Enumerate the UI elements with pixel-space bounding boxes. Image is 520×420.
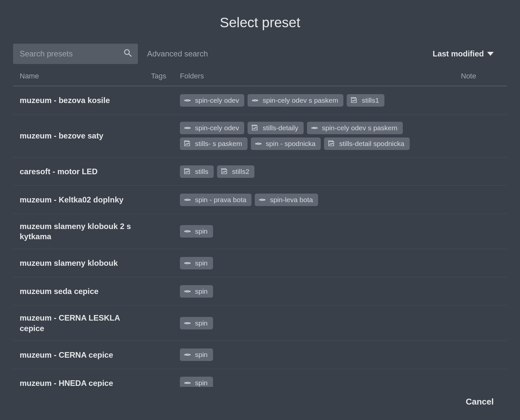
folder-chip[interactable]: stills2	[217, 165, 255, 178]
stills-icon	[183, 139, 192, 148]
preset-name: caresoft - motor LED	[20, 166, 151, 177]
spin-3d-icon: 3D	[183, 350, 192, 359]
col-header-note[interactable]: Note	[461, 72, 507, 80]
folder-chip-label: spin-cely odev s paskem	[263, 96, 338, 104]
sort-label: Last modified	[433, 49, 484, 58]
preset-row[interactable]: muzeum - HNEDA cepice3Dspin	[13, 369, 507, 387]
preset-folders: 3Dspin	[180, 285, 461, 298]
preset-folders: 3Dspin	[180, 257, 461, 269]
folder-chip[interactable]: 3Dspin - prava bota	[180, 194, 251, 206]
search-input[interactable]	[20, 49, 123, 58]
svg-text:3D: 3D	[186, 322, 189, 325]
col-header-name[interactable]: Name	[20, 72, 151, 80]
folder-chip[interactable]: stills-detail spodnicka	[324, 137, 409, 150]
spin-3d-icon: 3D	[183, 287, 192, 296]
stills-icon	[327, 139, 336, 148]
folder-chip-label: spin-leva bota	[270, 196, 313, 204]
folder-chip-label: stills1	[362, 96, 379, 104]
folder-chip[interactable]: stills- s paskem	[180, 137, 248, 150]
svg-text:3D: 3D	[313, 126, 316, 129]
folder-chip-label: stills2	[232, 168, 249, 176]
search-wrap	[13, 44, 138, 64]
preset-folders: 3Dspin	[180, 317, 461, 329]
spin-3d-icon: 3D	[183, 227, 192, 236]
preset-row[interactable]: muzeum - bezove saty3Dspin-cely odevstil…	[13, 115, 507, 158]
dialog-footer: Cancel	[13, 387, 507, 420]
col-header-folders[interactable]: Folders	[180, 72, 461, 80]
folder-chip[interactable]: 3Dspin	[180, 317, 213, 329]
folder-chip[interactable]: 3Dspin-cely odev	[180, 122, 244, 134]
folder-chip[interactable]: 3Dspin	[180, 257, 213, 269]
stills-icon	[220, 167, 229, 176]
dialog-title: Select preset	[13, 8, 507, 44]
svg-text:3D: 3D	[186, 262, 189, 264]
spin-3d-icon: 3D	[183, 379, 192, 387]
preset-name: muzeum - Keltka02 doplnky	[20, 195, 151, 205]
advanced-search-link[interactable]: Advanced search	[147, 49, 208, 58]
folder-chip-label: spin-cely odev	[195, 124, 239, 132]
preset-name: muzeum slameny klobouk	[20, 258, 151, 268]
folder-chip-label: spin	[195, 287, 208, 295]
search-icon[interactable]	[123, 48, 133, 60]
preset-folders: 3Dspin-cely odev3Dspin-cely odev s paske…	[180, 94, 461, 107]
folder-chip[interactable]: 3Dspin	[180, 225, 213, 238]
preset-row[interactable]: muzeum - Keltka02 doplnky3Dspin - prava …	[13, 186, 507, 214]
toolbar: Advanced search Last modified	[13, 44, 507, 72]
preset-folders: 3Dspin-cely odevstills-detaily3Dspin-cel…	[180, 122, 461, 150]
sort-dropdown[interactable]: Last modified	[433, 49, 507, 58]
folder-chip[interactable]: stills-detaily	[248, 122, 304, 134]
svg-text:3D: 3D	[186, 353, 189, 356]
folder-chip-label: spin - prava bota	[195, 196, 246, 204]
chevron-down-icon	[487, 52, 494, 56]
spin-3d-icon: 3D	[183, 124, 192, 132]
folder-chip[interactable]: 3Dspin	[180, 285, 213, 298]
spin-3d-icon: 3D	[258, 196, 267, 204]
preset-rows: muzeum - bezova kosile3Dspin-cely odev3D…	[13, 86, 507, 387]
select-preset-dialog: Select preset Advanced search Last modif…	[0, 0, 520, 420]
preset-row[interactable]: muzeum slameny klobouk 2 s kytkama3Dspin	[13, 214, 507, 249]
folder-chip-label: stills- s paskem	[195, 140, 242, 148]
preset-name: muzeum - bezova kosile	[20, 95, 151, 105]
column-headers: Name Tags Folders Note	[13, 72, 507, 86]
preset-name: muzeum slameny klobouk 2 s kytkama	[20, 221, 151, 242]
folder-chip[interactable]: 3Dspin	[180, 348, 213, 361]
folder-chip[interactable]: 3Dspin-cely odev s paskem	[248, 94, 343, 107]
spin-3d-icon: 3D	[183, 196, 192, 204]
folder-chip-label: spin	[195, 351, 208, 359]
svg-text:3D: 3D	[186, 290, 189, 293]
svg-text:3D: 3D	[186, 99, 189, 102]
folder-chip[interactable]: stills	[180, 165, 214, 178]
preset-folders: 3Dspin	[180, 225, 461, 238]
spin-3d-icon: 3D	[254, 139, 263, 148]
svg-text:3D: 3D	[186, 198, 189, 201]
preset-row[interactable]: muzeum - bezova kosile3Dspin-cely odev3D…	[13, 86, 507, 115]
svg-text:3D: 3D	[186, 230, 189, 233]
folder-chip[interactable]: 3Dspin - spodnicka	[251, 137, 321, 150]
preset-row[interactable]: caresoft - motor LEDstillsstills2	[13, 158, 507, 186]
preset-row[interactable]: muzeum slameny klobouk3Dspin	[13, 249, 507, 277]
svg-text:3D: 3D	[186, 381, 189, 384]
folder-chip-label: spin-cely odev s paskem	[322, 124, 398, 132]
col-header-tags[interactable]: Tags	[151, 72, 180, 80]
preset-folders: 3Dspin - prava bota3Dspin-leva bota	[180, 194, 461, 206]
spin-3d-icon: 3D	[251, 96, 259, 105]
preset-row[interactable]: muzeum - CERNA LESKLA cepice3Dspin	[13, 305, 507, 341]
preset-name: muzeum seda cepice	[20, 286, 151, 296]
folder-chip[interactable]: 3Dspin-leva bota	[255, 194, 318, 206]
folder-chip-label: stills-detaily	[263, 124, 298, 132]
folder-chip[interactable]: 3Dspin-cely odev s paskem	[307, 122, 403, 134]
preset-folders: stillsstills2	[180, 165, 461, 178]
folder-chip[interactable]: 3Dspin	[180, 377, 213, 387]
cancel-button[interactable]: Cancel	[466, 397, 494, 407]
spin-3d-icon: 3D	[183, 319, 192, 327]
folder-chip[interactable]: 3Dspin-cely odev	[180, 94, 244, 107]
folder-chip-label: spin	[195, 379, 208, 387]
preset-row[interactable]: muzeum - CERNA cepice3Dspin	[13, 341, 507, 369]
folder-chip[interactable]: stills1	[347, 94, 384, 107]
folder-chip-label: spin	[195, 259, 208, 267]
preset-name: muzeum - CERNA LESKLA cepice	[20, 313, 151, 333]
folder-chip-label: spin - spodnicka	[266, 140, 316, 148]
preset-row[interactable]: muzeum seda cepice3Dspin	[13, 277, 507, 305]
stills-icon	[350, 96, 358, 105]
preset-folders: 3Dspin	[180, 377, 461, 387]
